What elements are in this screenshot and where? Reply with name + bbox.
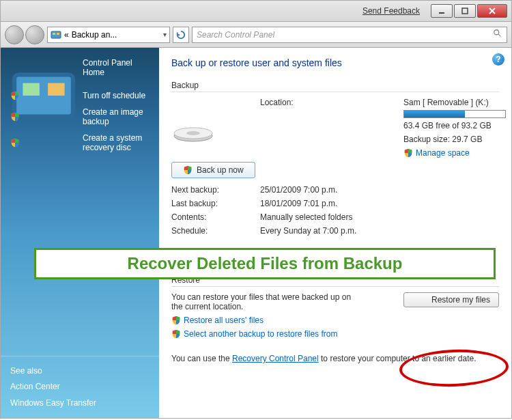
breadcrumb-bar[interactable]: « Backup an... ▾ (47, 27, 170, 43)
shield-icon (10, 138, 77, 148)
select-another-backup-link[interactable]: Select another backup to restore files f… (184, 329, 337, 339)
sidebar-home-label: Control Panel Home (83, 58, 150, 77)
manage-space-link[interactable]: Manage space (416, 148, 470, 158)
shield-icon (171, 316, 181, 325)
backup-size: Backup size: 29.7 GB (403, 135, 499, 144)
sidebar-home[interactable]: Control Panel Home (1, 55, 159, 81)
next-backup-label: Next backup: (171, 185, 253, 195)
free-space: 63.4 GB free of 93.2 GB (403, 121, 499, 130)
svg-rect-3 (439, 12, 444, 14)
schedule-label: Schedule: (171, 226, 253, 236)
control-panel-icon (51, 29, 61, 40)
send-feedback-link[interactable]: Send Feedback (362, 6, 420, 16)
restore-all-users-link[interactable]: Restore all users' files (184, 316, 264, 325)
sidebar-item-label: Windows Easy Transfer (10, 398, 150, 408)
recovery-note-prefix: You can use the (171, 354, 232, 363)
shield-icon (403, 148, 413, 158)
shield-icon (183, 165, 193, 175)
see-also-section: See also Action Center Windows Easy Tran… (1, 356, 159, 411)
window-controls (431, 4, 507, 18)
shield-icon (10, 112, 77, 122)
sidebar-item-label: Create a system recovery disc (83, 133, 150, 152)
sidebar-item-label: Create an image backup (83, 107, 150, 126)
breadcrumb-prefix: « (64, 30, 69, 40)
titlebar: Send Feedback (0, 0, 512, 22)
search-placeholder: Search Control Panel (197, 30, 274, 40)
last-backup-value: 18/01/2009 7:01 p.m. (260, 199, 499, 208)
recovery-note-suffix: to restore your computer to an earlier d… (319, 354, 477, 363)
contents-label: Contents: (171, 212, 253, 222)
breadcrumb-text: Backup an... (72, 30, 117, 40)
location-value: Sam [ Removable ] (K:) (403, 98, 499, 107)
annotation-overlay-banner: Recover Deleted Files from Backup (34, 248, 496, 279)
schedule-value: Every Sunday at 7:00 p.m. (260, 226, 499, 236)
see-also-title: See also (1, 363, 159, 378)
shield-icon (10, 91, 77, 100)
forward-button[interactable] (25, 25, 44, 44)
backup-details: Next backup: 25/01/2009 7:00 p.m. Last b… (171, 185, 499, 236)
content-area: ? Back up or restore user and system fil… (159, 48, 511, 418)
control-panel-icon (10, 62, 77, 73)
backup-section: Backup Location: Sam [ Removable ] (K:) … (171, 81, 499, 236)
location-label: Location: (260, 98, 397, 107)
sidebar-item-label: Turn off schedule (83, 91, 150, 100)
toolbar: « Backup an... ▾ Search Control Panel (0, 22, 512, 48)
sidebar-item-create-recovery-disc[interactable]: Create a system recovery disc (1, 130, 159, 156)
svg-rect-4 (462, 8, 468, 14)
last-backup-label: Last backup: (171, 199, 253, 208)
back-button[interactable] (5, 25, 24, 44)
sidebar-item-label: Action Center (10, 382, 150, 391)
search-icon (493, 29, 502, 40)
minimize-button[interactable] (431, 4, 453, 18)
backup-heading: Backup (171, 81, 499, 92)
svg-point-8 (186, 131, 200, 135)
next-backup-value: 25/01/2009 7:00 p.m. (260, 185, 499, 195)
restore-my-files-button[interactable]: Restore my files (403, 292, 499, 307)
page-title: Back up or restore user and system files (171, 57, 499, 68)
recovery-note: You can use the Recovery Control Panel t… (171, 354, 499, 363)
search-input[interactable]: Search Control Panel (192, 27, 507, 43)
recovery-control-panel-link[interactable]: Recovery Control Panel (232, 354, 319, 363)
disk-space-bar (403, 110, 506, 118)
backup-now-label: Back up now (197, 165, 244, 175)
backup-now-button[interactable]: Back up now (171, 162, 255, 178)
contents-value: Manually selected folders (260, 212, 499, 222)
restore-description: You can restore your files that were bac… (171, 292, 356, 311)
chevron-down-icon[interactable]: ▾ (163, 31, 167, 38)
help-icon[interactable]: ? (492, 53, 504, 66)
maximize-button[interactable] (454, 4, 476, 18)
drive-icon (171, 115, 215, 143)
shield-icon (171, 329, 181, 339)
sidebar: Control Panel Home Turn off schedule Cre… (1, 48, 159, 418)
sidebar-item-action-center[interactable]: Action Center (1, 378, 159, 395)
refresh-button[interactable] (173, 27, 189, 43)
close-button[interactable] (477, 4, 507, 18)
restore-section: Restore You can restore your files that … (171, 275, 499, 339)
svg-point-5 (494, 30, 499, 35)
sidebar-item-easy-transfer[interactable]: Windows Easy Transfer (1, 395, 159, 411)
